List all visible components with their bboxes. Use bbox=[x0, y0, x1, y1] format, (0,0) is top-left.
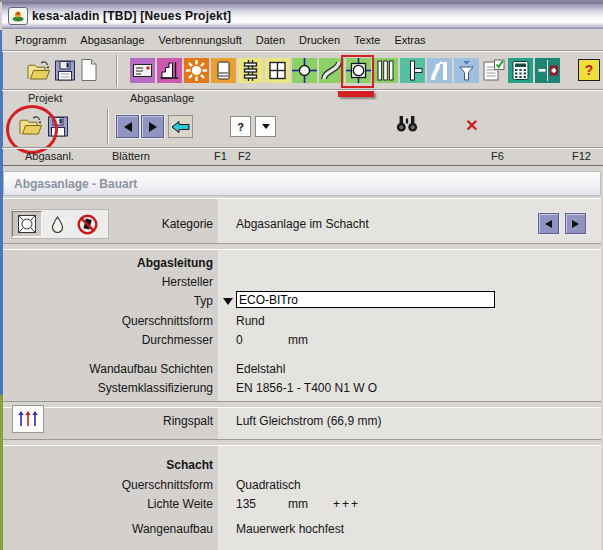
kategorie-value[interactable]: Abgasanlage im Schacht bbox=[236, 217, 369, 231]
panel-title: Abgasanlage - Bauart bbox=[14, 177, 137, 191]
lichte-weite-value[interactable]: 135 bbox=[236, 497, 256, 511]
calculator-icon[interactable] bbox=[508, 58, 533, 83]
form-row-durchmesser: Durchmesser 0 mm bbox=[3, 333, 601, 349]
menu-drucken[interactable]: Drucken bbox=[292, 32, 347, 48]
abgasleitung-section-label: Abgasleitung bbox=[3, 256, 213, 270]
address-envelope-icon[interactable] bbox=[130, 58, 155, 83]
open-folder-icon[interactable] bbox=[26, 59, 52, 83]
typ-label: Typ bbox=[3, 294, 213, 308]
open-abgasanlage-icon[interactable] bbox=[18, 114, 44, 138]
form-section-schacht: Schacht bbox=[3, 458, 601, 474]
help-icon[interactable]: ? bbox=[578, 59, 600, 81]
section-divider bbox=[3, 401, 601, 408]
typ-dropdown-icon[interactable] bbox=[223, 298, 233, 305]
form-row-ringspalt: Ringspalt Luft Gleichstrom (66,9 mm) bbox=[3, 414, 601, 430]
window-title: kesa-aladin [TBD] [Neues Projekt] bbox=[32, 9, 231, 23]
wandaufbau-label: Wandaufbau Schichten bbox=[3, 362, 213, 376]
close-delete-icon[interactable]: ✕ bbox=[463, 115, 481, 135]
group-label-projekt: Projekt bbox=[28, 92, 62, 104]
building-chart-icon[interactable] bbox=[157, 58, 182, 83]
save-icon[interactable] bbox=[54, 59, 76, 82]
kategorie-pager bbox=[538, 213, 586, 234]
label-f2: F2 bbox=[238, 150, 251, 162]
label-f1: F1 bbox=[214, 150, 227, 162]
menubar: Programm Abgasanlage Verbrennungsluft Da… bbox=[2, 30, 603, 51]
nav-toolbar: ? ✕ bbox=[2, 106, 603, 147]
ringspalt-value[interactable]: Luft Gleichstrom (66,9 mm) bbox=[236, 414, 381, 428]
minus-plus-icon[interactable] bbox=[535, 58, 560, 83]
pipe-junction-icon[interactable] bbox=[400, 58, 425, 83]
group-label-abgasanlage: Abgasanlage bbox=[130, 92, 194, 104]
menu-texte[interactable]: Texte bbox=[347, 32, 387, 48]
label-abgasanl: Abgasanl. bbox=[25, 150, 74, 162]
querschnittsform-value[interactable]: Rund bbox=[236, 314, 265, 328]
main-toolbar: ? bbox=[2, 52, 603, 89]
form-row-kategorie: Kategorie Abgasanlage im Schacht bbox=[3, 217, 601, 233]
querschnittsform-schacht-value[interactable]: Quadratisch bbox=[236, 478, 301, 492]
wandaufbau-value[interactable]: Edelstahl bbox=[236, 362, 285, 376]
new-document-icon[interactable] bbox=[80, 58, 98, 82]
querschnittsform-label: Querschnittsform bbox=[3, 314, 213, 328]
menu-verbrennungsluft[interactable]: Verbrennungsluft bbox=[152, 32, 249, 48]
menu-daten[interactable]: Daten bbox=[249, 32, 292, 48]
hersteller-label: Hersteller bbox=[3, 275, 213, 289]
lichte-weite-unit: mm bbox=[288, 497, 308, 511]
menu-programm[interactable]: Programm bbox=[8, 32, 73, 48]
pipe-crosshair-icon[interactable] bbox=[292, 58, 317, 83]
kategorie-label: Kategorie bbox=[3, 217, 213, 231]
typ-input[interactable] bbox=[236, 291, 495, 308]
arrow-right-icon bbox=[572, 220, 579, 228]
menu-abgasanlage[interactable]: Abgasanlage bbox=[73, 32, 151, 48]
chimney-bend-icon[interactable] bbox=[427, 58, 452, 83]
main-toolbar-labels: Projekt Abgasanlage bbox=[2, 89, 603, 106]
durchmesser-unit: mm bbox=[288, 333, 308, 347]
toolbar-separator bbox=[107, 109, 109, 144]
air-funnel-icon[interactable] bbox=[454, 58, 479, 83]
titlebar: kesa-aladin [TBD] [Neues Projekt] bbox=[2, 2, 603, 29]
save-abgasanlage-icon[interactable] bbox=[47, 115, 69, 138]
shaft-cross-section-icon[interactable] bbox=[346, 58, 371, 83]
boiler-icon[interactable] bbox=[211, 58, 236, 83]
form-row-systemklassifizierung: Systemklassifizierung EN 1856-1 - T400 N… bbox=[3, 381, 601, 397]
arrow-left-icon bbox=[545, 220, 552, 228]
label-f6: F6 bbox=[491, 150, 504, 162]
kategorie-prev-button[interactable] bbox=[538, 213, 559, 234]
dropdown-button[interactable] bbox=[255, 116, 276, 137]
help-context-button[interactable]: ? bbox=[230, 116, 251, 137]
search-binoculars-icon[interactable] bbox=[396, 115, 418, 133]
section-divider bbox=[3, 243, 601, 250]
form-row-lichte-weite: Lichte Weite 135 mm +++ bbox=[3, 497, 601, 513]
wangenaufbau-value[interactable]: Mauerwerk hochfest bbox=[236, 522, 344, 536]
window-panes-icon[interactable] bbox=[265, 58, 290, 83]
form-row-hersteller: Hersteller bbox=[3, 275, 601, 291]
form-row-wandaufbau: Wandaufbau Schichten Edelstahl bbox=[3, 362, 601, 378]
heat-generator-sun-icon[interactable] bbox=[184, 58, 209, 83]
pipe-s-bend-icon[interactable] bbox=[319, 58, 344, 83]
next-record-button[interactable] bbox=[141, 115, 164, 138]
shaft-walls-icon[interactable] bbox=[373, 58, 398, 83]
form-row-wangenaufbau: Wangenaufbau Mauerwerk hochfest bbox=[3, 522, 601, 538]
kategorie-next-button[interactable] bbox=[565, 213, 586, 234]
back-arrow-button[interactable] bbox=[168, 115, 193, 138]
wangenaufbau-label: Wangenaufbau bbox=[3, 522, 213, 536]
querschnittsform-schacht-label: Querschnittsform bbox=[3, 478, 213, 492]
bauart-form: Kategorie Abgasanlage im Schacht Abgasle… bbox=[3, 198, 601, 550]
toolbar-separator bbox=[116, 55, 118, 87]
systemklassifizierung-value[interactable]: EN 1856-1 - T400 N1 W O bbox=[236, 381, 377, 395]
menu-extras[interactable]: Extras bbox=[387, 32, 432, 48]
form-row-querschnittsform-leitung: Querschnittsform Rund bbox=[3, 314, 601, 330]
section-divider bbox=[3, 439, 601, 446]
schacht-section-label: Schacht bbox=[3, 458, 213, 472]
application-window: kesa-aladin [TBD] [Neues Projekt] Progra… bbox=[0, 0, 603, 550]
lichte-weite-hint: +++ bbox=[333, 497, 360, 511]
pipe-sections-icon[interactable] bbox=[238, 58, 263, 83]
nav-toolbar-labels: Abgasanl. Blättern F1 F2 F6 F12 bbox=[2, 147, 603, 166]
panel-header: Abgasanlage - Bauart bbox=[3, 171, 601, 196]
durchmesser-label: Durchmesser bbox=[3, 333, 213, 347]
label-blaettern: Blättern bbox=[112, 150, 150, 162]
durchmesser-value[interactable]: 0 bbox=[236, 333, 243, 347]
chevron-down-icon bbox=[262, 124, 270, 129]
prev-record-button[interactable] bbox=[116, 115, 139, 138]
form-section-abgasleitung: Abgasleitung bbox=[3, 256, 601, 272]
checklist-icon[interactable] bbox=[481, 58, 506, 83]
